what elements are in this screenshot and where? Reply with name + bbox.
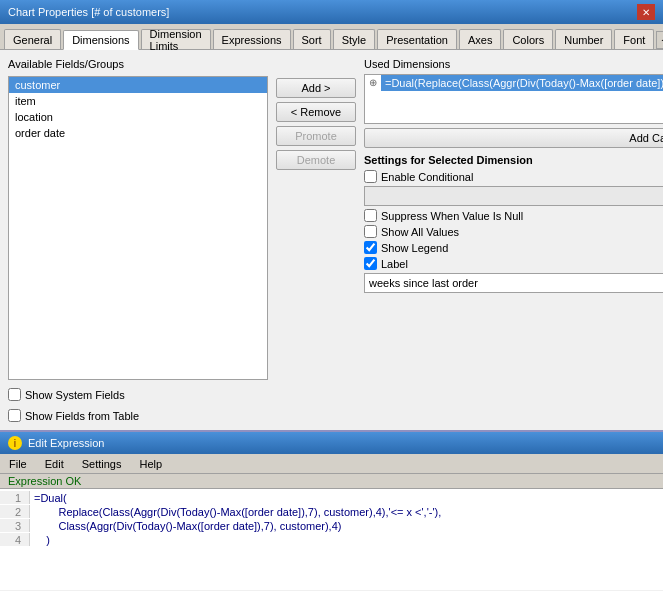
tab-nav-arrows: ◄ ► bbox=[656, 31, 663, 49]
line-num-4: 4 bbox=[0, 533, 30, 546]
label-value-input[interactable] bbox=[364, 273, 663, 293]
menu-edit[interactable]: Edit bbox=[42, 457, 67, 471]
available-fields-label: Available Fields/Groups bbox=[8, 58, 268, 70]
remove-button[interactable]: < Remove bbox=[276, 102, 356, 122]
promote-button[interactable]: Promote bbox=[276, 126, 356, 146]
calc-edit-row: Add Calculated Dimension... Edit... bbox=[364, 128, 663, 148]
used-dimensions-label: Used Dimensions bbox=[364, 58, 663, 70]
show-fields-from-table-label: Show Fields from Table bbox=[25, 410, 139, 422]
field-customer[interactable]: customer bbox=[9, 77, 267, 93]
show-fields-from-table-row: Show Fields from Table bbox=[8, 409, 268, 422]
used-dimensions-list[interactable]: ⊕ =Dual(Replace(Class(Aggr(Div(Today()-M… bbox=[364, 74, 663, 124]
show-legend-row: Show Legend bbox=[364, 241, 663, 254]
show-system-fields-checkbox[interactable] bbox=[8, 388, 21, 401]
label-checkbox[interactable] bbox=[364, 257, 377, 270]
right-panel: Used Dimensions ⊕ =Dual(Replace(Class(Ag… bbox=[364, 58, 663, 422]
tab-style[interactable]: Style bbox=[333, 29, 375, 49]
line-num-2: 2 bbox=[0, 505, 30, 518]
main-content: Available Fields/Groups customer item lo… bbox=[0, 50, 663, 430]
field-list[interactable]: customer item location order date bbox=[8, 76, 268, 380]
label-text: Label bbox=[381, 258, 408, 270]
edit-expression-icon: i bbox=[8, 436, 22, 450]
menu-settings[interactable]: Settings bbox=[79, 457, 125, 471]
suppress-null-label: Suppress When Value Is Null bbox=[381, 210, 523, 222]
middle-buttons: Add > < Remove Promote Demote bbox=[276, 58, 356, 422]
label-row: Label bbox=[364, 257, 663, 270]
suppress-null-checkbox[interactable] bbox=[364, 209, 377, 222]
code-line-2: 2 Replace(Class(Aggr(Div(Today()-Max([or… bbox=[0, 505, 663, 519]
tab-font[interactable]: Font bbox=[614, 29, 654, 49]
tab-bar: General Dimensions Dimension Limits Expr… bbox=[0, 24, 663, 50]
tab-presentation[interactable]: Presentation bbox=[377, 29, 457, 49]
advanced-row: Advanced... bbox=[364, 297, 663, 317]
code-area[interactable]: 1 =Dual( 2 Replace(Class(Aggr(Div(Today(… bbox=[0, 489, 663, 590]
code-text-3: Class(Aggr(Div(Today()-Max([order date])… bbox=[30, 519, 345, 533]
tab-colors[interactable]: Colors bbox=[503, 29, 553, 49]
edit-expression-menu-bar: File Edit Settings Help bbox=[0, 454, 663, 474]
tab-axes[interactable]: Axes bbox=[459, 29, 501, 49]
field-location[interactable]: location bbox=[9, 109, 267, 125]
line-num-3: 3 bbox=[0, 519, 30, 532]
enable-conditional-checkbox[interactable] bbox=[364, 170, 377, 183]
suppress-null-row: Suppress When Value Is Null bbox=[364, 209, 663, 222]
left-panel: Available Fields/Groups customer item lo… bbox=[8, 58, 268, 422]
add-calculated-dimension-button[interactable]: Add Calculated Dimension... bbox=[364, 128, 663, 148]
settings-title: Settings for Selected Dimension bbox=[364, 154, 663, 166]
code-line-3: 3 Class(Aggr(Div(Today()-Max([order date… bbox=[0, 519, 663, 533]
code-line-1: 1 =Dual( bbox=[0, 491, 663, 505]
edit-expression-panel: i Edit Expression File Edit Settings Hel… bbox=[0, 430, 663, 590]
show-all-values-row: Show All Values bbox=[364, 225, 663, 238]
conditional-input-row bbox=[364, 186, 663, 206]
settings-section: Settings for Selected Dimension Enable C… bbox=[364, 154, 663, 317]
field-item[interactable]: item bbox=[9, 93, 267, 109]
window-title: Chart Properties [# of customers] bbox=[8, 6, 169, 18]
close-button[interactable]: ✕ bbox=[637, 4, 655, 20]
tab-dimensions[interactable]: Dimensions bbox=[63, 30, 138, 50]
code-line-4: 4 ) bbox=[0, 533, 663, 547]
code-text-2: Replace(Class(Aggr(Div(Today()-Max([orde… bbox=[30, 505, 445, 519]
show-legend-checkbox[interactable] bbox=[364, 241, 377, 254]
menu-file[interactable]: File bbox=[6, 457, 30, 471]
title-bar: Chart Properties [# of customers] ✕ bbox=[0, 0, 663, 24]
menu-help[interactable]: Help bbox=[136, 457, 165, 471]
tab-sort[interactable]: Sort bbox=[293, 29, 331, 49]
show-all-values-checkbox[interactable] bbox=[364, 225, 377, 238]
tab-expressions[interactable]: Expressions bbox=[213, 29, 291, 49]
show-system-fields-row: Show System Fields bbox=[8, 388, 268, 401]
show-system-fields-label: Show System Fields bbox=[25, 389, 125, 401]
label-input-row: ... bbox=[364, 273, 663, 293]
field-order-date[interactable]: order date bbox=[9, 125, 267, 141]
tab-scroll-left[interactable]: ◄ bbox=[656, 31, 663, 49]
demote-button[interactable]: Demote bbox=[276, 150, 356, 170]
status-bar: Expression OK bbox=[0, 474, 663, 489]
expand-icon[interactable]: ⊕ bbox=[365, 75, 381, 90]
show-all-values-label: Show All Values bbox=[381, 226, 459, 238]
used-dim-item[interactable]: =Dual(Replace(Class(Aggr(Div(Today()-Max… bbox=[381, 75, 663, 91]
show-fields-from-table-checkbox[interactable] bbox=[8, 409, 21, 422]
tab-dimension-limits[interactable]: Dimension Limits bbox=[141, 29, 211, 49]
tab-number[interactable]: Number bbox=[555, 29, 612, 49]
conditional-input[interactable] bbox=[364, 186, 663, 206]
show-legend-label: Show Legend bbox=[381, 242, 448, 254]
line-num-1: 1 bbox=[0, 491, 30, 504]
code-text-1: =Dual( bbox=[30, 491, 71, 505]
edit-expression-title: Edit Expression bbox=[28, 437, 104, 449]
two-column-layout: Available Fields/Groups customer item lo… bbox=[8, 58, 655, 422]
enable-conditional-label: Enable Conditional bbox=[381, 171, 473, 183]
code-text-4: ) bbox=[30, 533, 54, 547]
edit-expression-title-bar: i Edit Expression bbox=[0, 432, 663, 454]
add-button[interactable]: Add > bbox=[276, 78, 356, 98]
tab-general[interactable]: General bbox=[4, 29, 61, 49]
enable-conditional-row: Enable Conditional bbox=[364, 170, 663, 183]
